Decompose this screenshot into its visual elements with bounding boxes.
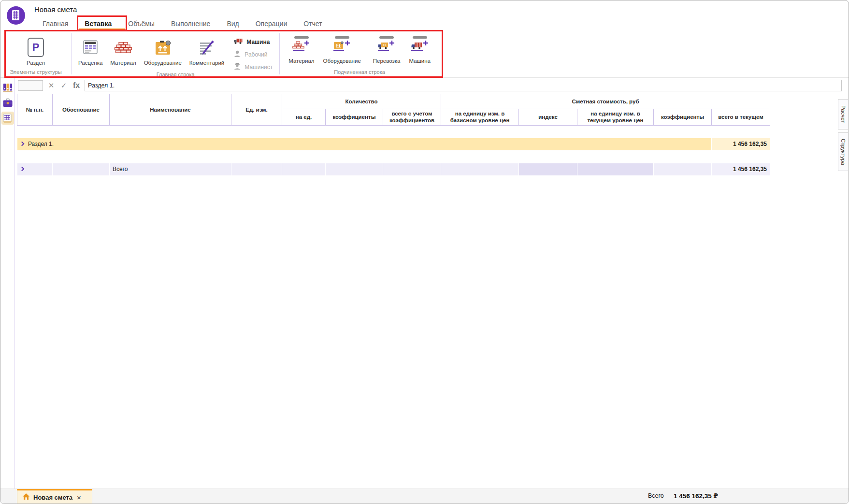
crate-plus-icon	[333, 40, 351, 57]
estimate-table: № п.п. Обоснование Наименование Ед. изм.…	[17, 94, 770, 176]
rabochij-small-button: Рабочий	[233, 50, 273, 59]
section-total-cell: 1 456 162,35	[712, 138, 770, 150]
side-tab-struktura[interactable]: Структура	[838, 132, 848, 172]
truck-crate-plus-icon	[377, 40, 396, 57]
col-header-qty-per-unit: на ед.	[282, 109, 326, 126]
group-label-sub-row: Подчиненная строка	[280, 69, 439, 77]
fx-icon[interactable]: fx	[72, 81, 81, 90]
status-total-label: Всего	[648, 492, 664, 499]
parent-row-bar	[379, 36, 394, 39]
truck-red-plus-icon	[411, 40, 429, 57]
binders-icon[interactable]	[1, 81, 14, 94]
group-divider	[367, 38, 367, 66]
app-window: Новая смета Главная Вставка Объёмы Выпол…	[0, 0, 849, 504]
operator-icon	[233, 62, 242, 72]
tab-vstavka[interactable]: Вставка	[84, 20, 113, 28]
total-name-cell: Всего	[110, 163, 231, 175]
col-header-unit: Ед. изм.	[231, 94, 282, 126]
section-cell: Раздел 1.	[17, 138, 712, 150]
col-header-cost-index: индекс	[519, 109, 577, 126]
tab-operacii[interactable]: Операции	[255, 20, 288, 28]
status-bar: Новая смета × Всего 1 456 162,35 ₽	[0, 489, 849, 504]
estimate-document-icon[interactable]	[1, 112, 14, 125]
total-sum-cell: 1 456 162,35	[712, 163, 770, 175]
col-header-cost-total: всего в текущем	[712, 109, 770, 126]
bricks-plus-icon	[292, 40, 311, 57]
table-row-section[interactable]: Раздел 1. 1 456 162,35	[17, 138, 770, 150]
expand-chevron-icon[interactable]	[20, 167, 25, 172]
col-group-cost: Сметная стоимость, руб	[441, 94, 770, 109]
briefcase-icon[interactable]	[1, 96, 14, 109]
sub-oborudovanie-button[interactable]: Оборудование	[320, 35, 364, 64]
small-button-stack: Машина Рабочий	[230, 35, 275, 72]
bricks-icon	[114, 36, 133, 58]
tab-otchet[interactable]: Отчет	[302, 20, 323, 28]
col-header-cost-coefficients: коэффициенты	[654, 109, 712, 126]
sub-mashina-button[interactable]: Машина	[406, 35, 433, 64]
tab-obyomy[interactable]: Объёмы	[127, 20, 156, 28]
formula-input[interactable]	[85, 80, 842, 91]
cell-reference-input[interactable]	[18, 80, 43, 91]
col-group-quantity: Количество	[282, 94, 441, 109]
cancel-icon[interactable]: ✕	[47, 81, 56, 90]
confirm-icon[interactable]: ✓	[59, 81, 68, 90]
comment-pencil-icon	[197, 36, 216, 58]
ribbon-group-sub-row: Материал	[280, 30, 439, 77]
truck-red-icon	[233, 37, 244, 46]
col-header-cost-base: на единицу изм. в базисном уровне цен	[441, 109, 519, 126]
group-label-structure: Элементы структуры	[0, 69, 71, 77]
col-header-name: Наименование	[110, 94, 231, 126]
house-icon	[22, 493, 30, 502]
ribbon-group-structure: Р Раздел Элементы структуры	[0, 30, 71, 77]
formula-bar: ✕ ✓ fx	[18, 79, 842, 92]
worker-icon	[233, 50, 242, 59]
parent-row-bar	[413, 36, 427, 39]
col-header-cost-current: на единицу изм. в текущем уровне цен	[577, 109, 654, 126]
tab-glavnaya[interactable]: Главная	[42, 20, 69, 28]
parent-row-bar	[335, 36, 349, 39]
razdel-button[interactable]: Р Раздел	[25, 35, 47, 67]
col-header-qty-total: всего с учетом коэффициентов	[383, 109, 441, 126]
sub-material-button[interactable]: Материал	[286, 35, 317, 64]
document-tab[interactable]: Новая смета ×	[17, 489, 92, 504]
total-npp-cell	[17, 163, 53, 175]
col-header-qty-coefficients: коэффициенты	[326, 109, 383, 126]
mashinist-small-button: Машинист	[233, 62, 273, 72]
estimate-sheet-icon	[81, 36, 100, 58]
group-label-main-row: Главная строка	[72, 72, 279, 80]
status-total-value: 1 456 162,35 ₽	[674, 492, 718, 500]
perevozka-button[interactable]: Перевозка	[370, 35, 403, 64]
material-button[interactable]: Материал	[108, 35, 138, 67]
ribbon-group-main-row: Расценка Материал	[72, 30, 279, 77]
parent-row-bar	[294, 36, 309, 39]
window-title: Новая смета	[34, 5, 77, 14]
side-panel-tabs: Расчет Структура	[838, 99, 848, 171]
active-tab-indicator	[79, 29, 125, 30]
document-tab-label: Новая смета	[33, 494, 72, 501]
tab-vid[interactable]: Вид	[226, 20, 240, 28]
section-p-icon: Р	[28, 38, 44, 57]
mashina-small-button[interactable]: Машина	[233, 37, 273, 46]
app-logo-icon	[6, 6, 26, 25]
close-tab-icon[interactable]: ×	[77, 493, 81, 502]
col-header-npp: № п.п.	[17, 94, 53, 126]
left-sidebar	[0, 78, 15, 489]
ribbon: Р Раздел Элементы структуры	[0, 30, 849, 78]
table-row-total[interactable]: Всего 1 456 162,35	[17, 163, 770, 175]
tab-vypolnenie[interactable]: Выполнение	[170, 20, 211, 28]
rascenka-button[interactable]: Расценка	[76, 35, 104, 67]
kommentarij-button[interactable]: Комментарий	[187, 35, 226, 67]
col-header-justification: Обоснование	[53, 94, 110, 126]
expand-chevron-icon[interactable]	[20, 142, 25, 146]
crate-icon	[153, 36, 173, 58]
side-tab-raschet[interactable]: Расчет	[838, 99, 848, 130]
oborudovanie-button[interactable]: Оборудование	[142, 35, 184, 67]
